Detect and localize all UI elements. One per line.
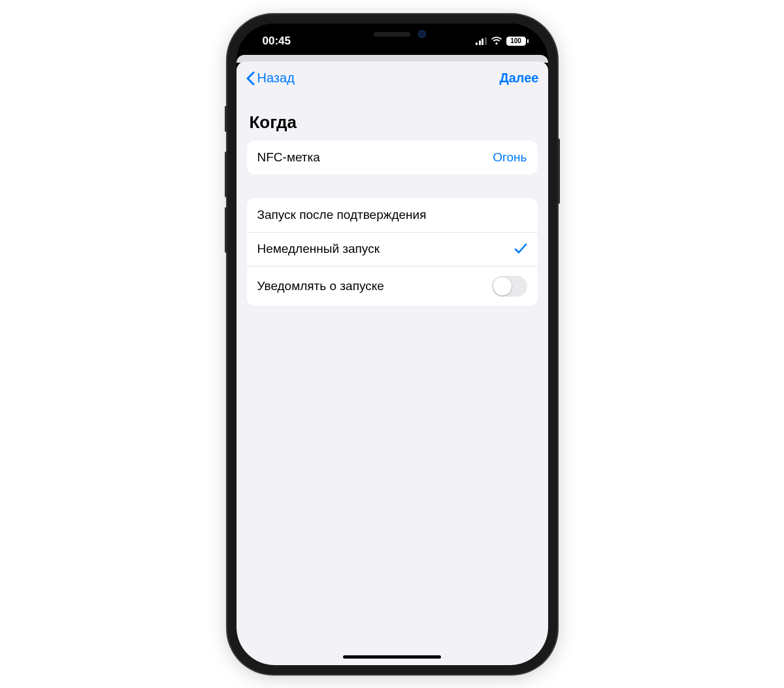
navigation-bar: Назад Далее [237,61,548,95]
side-power-button [557,139,560,204]
chevron-left-icon [246,71,255,86]
modal-sheet: Назад Далее Когда NFC-метка Огонь [237,61,548,665]
nfc-tag-row[interactable]: NFC-метка Огонь [247,140,538,174]
run-immediately-row[interactable]: Немедленный запуск [247,232,538,266]
speaker-grille [374,32,410,37]
run-after-confirm-row[interactable]: Запуск после подтверждения [247,198,538,232]
wifi-icon [491,37,502,45]
notify-on-run-row: Уведомлять о запуске [247,266,538,306]
home-indicator[interactable] [343,655,441,659]
run-after-confirm-label: Запуск после подтверждения [257,208,427,222]
notify-toggle[interactable] [492,276,527,297]
toggle-knob [493,277,512,295]
cellular-icon [476,37,487,45]
side-mute-switch [225,106,227,132]
next-button[interactable]: Далее [499,71,538,86]
iphone-frame: 00:45 100 [227,14,557,674]
run-options-card: Запуск после подтверждения Немедленный з… [247,198,538,306]
battery-icon: 100 [506,37,529,46]
status-time: 00:45 [255,31,291,48]
run-immediately-label: Немедленный запуск [257,242,380,256]
back-label: Назад [257,71,295,86]
side-volume-up [225,152,227,197]
trigger-card: NFC-метка Огонь [247,140,538,174]
device-notch [320,24,464,46]
side-volume-down [225,207,227,253]
nfc-tag-label: NFC-метка [257,150,320,165]
notify-on-run-label: Уведомлять о запуске [257,279,384,293]
nfc-tag-value: Огонь [493,150,527,165]
checkmark-icon [514,243,527,255]
front-camera [418,30,426,38]
battery-level: 100 [510,37,521,44]
back-button[interactable]: Назад [246,71,295,86]
section-title: Когда [247,101,538,140]
